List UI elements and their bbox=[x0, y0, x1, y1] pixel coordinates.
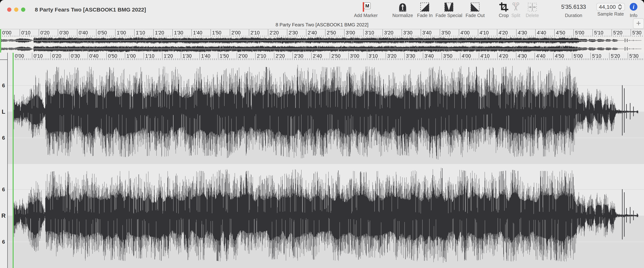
add-marker-label: Add Marker bbox=[354, 13, 378, 18]
crop-button[interactable]: Crop bbox=[498, 1, 509, 18]
main-ruler[interactable] bbox=[0, 53, 644, 60]
fade-special-icon bbox=[444, 1, 454, 12]
filename-bar: 8 Party Fears Two [ASCBOOK1 BMG 2022] bbox=[0, 20, 644, 29]
overview-waveform-left[interactable] bbox=[0, 37, 644, 44]
channel-label-left: L bbox=[0, 108, 7, 115]
channel-label-right: R bbox=[0, 212, 7, 219]
duration-label: Duration bbox=[565, 13, 582, 18]
channel-lane-right: 6 R 6 bbox=[0, 164, 644, 268]
normalize-label: Normalize bbox=[392, 13, 413, 18]
waveform-left[interactable] bbox=[8, 60, 644, 164]
sample-rate-label: Sample Rate bbox=[598, 11, 624, 17]
stepper-chevrons-icon bbox=[618, 4, 622, 10]
svg-text:i: i bbox=[633, 3, 634, 10]
channel-lane-left: 6 L 6 bbox=[0, 60, 644, 164]
info-icon: i bbox=[629, 1, 638, 12]
sample-rate-control: 44,100 Sample Rate bbox=[596, 1, 625, 17]
db-scale-label: 6 bbox=[0, 187, 7, 193]
fade-in-icon bbox=[420, 1, 430, 12]
zoom-window-button[interactable] bbox=[21, 7, 25, 12]
fade-special-label: Fade Special bbox=[436, 13, 462, 18]
sample-rate-value: 44,100 bbox=[599, 4, 616, 10]
split-label: Split bbox=[512, 13, 520, 18]
duration-value: 5'35.6133 bbox=[561, 1, 586, 12]
db-scale-label: 6 bbox=[0, 83, 7, 89]
duration-display: 5'35.6133 Duration bbox=[561, 1, 586, 18]
db-scale-label: 6 bbox=[0, 135, 7, 141]
minimize-window-button[interactable] bbox=[14, 7, 18, 12]
window-title: 8 Party Fears Two [ASCBOOK1 BMG 2022] bbox=[35, 6, 146, 13]
overview-ruler[interactable] bbox=[0, 29, 644, 37]
normalize-icon bbox=[398, 1, 408, 12]
crop-label: Crop bbox=[499, 13, 509, 18]
playhead[interactable] bbox=[13, 53, 14, 268]
fade-in-button[interactable]: Fade In bbox=[417, 1, 433, 18]
overview-playhead[interactable] bbox=[0, 29, 1, 53]
normalize-button[interactable]: Normalize bbox=[392, 1, 413, 18]
sample-rate-select[interactable]: 44,100 bbox=[596, 3, 625, 11]
app-window: 8 Party Fears Two [ASCBOOK1 BMG 2022] M … bbox=[0, 0, 644, 268]
close-window-button[interactable] bbox=[7, 7, 11, 12]
info-label: Info bbox=[630, 13, 638, 18]
crop-icon bbox=[498, 1, 509, 12]
add-track-button[interactable]: + bbox=[633, 18, 644, 29]
file-title: 8 Party Fears Two [ASCBOOK1 BMG 2022] bbox=[276, 22, 368, 27]
split-icon bbox=[511, 1, 521, 12]
split-button: Split bbox=[511, 1, 521, 18]
fade-in-label: Fade In bbox=[417, 13, 433, 18]
gutter-divider bbox=[7, 53, 8, 268]
add-marker-icon: M bbox=[361, 1, 371, 12]
delete-button: Delete bbox=[526, 1, 539, 18]
fade-out-icon bbox=[470, 1, 480, 12]
fade-out-label: Fade Out bbox=[466, 13, 485, 18]
plus-icon: + bbox=[636, 19, 641, 27]
overview-waveform-right[interactable] bbox=[0, 45, 644, 53]
fade-out-button[interactable]: Fade Out bbox=[466, 1, 485, 18]
svg-text:M: M bbox=[365, 3, 369, 8]
waveform-right[interactable] bbox=[8, 164, 644, 268]
info-button[interactable]: i Info bbox=[629, 1, 638, 18]
add-marker-button[interactable]: M Add Marker bbox=[354, 1, 378, 18]
delete-label: Delete bbox=[526, 13, 539, 18]
titlebar: 8 Party Fears Two [ASCBOOK1 BMG 2022] M … bbox=[0, 0, 644, 20]
gutter-border bbox=[0, 59, 8, 60]
db-scale-label: 6 bbox=[0, 239, 7, 245]
fade-special-button[interactable]: Fade Special bbox=[436, 1, 462, 18]
delete-icon bbox=[527, 1, 538, 12]
